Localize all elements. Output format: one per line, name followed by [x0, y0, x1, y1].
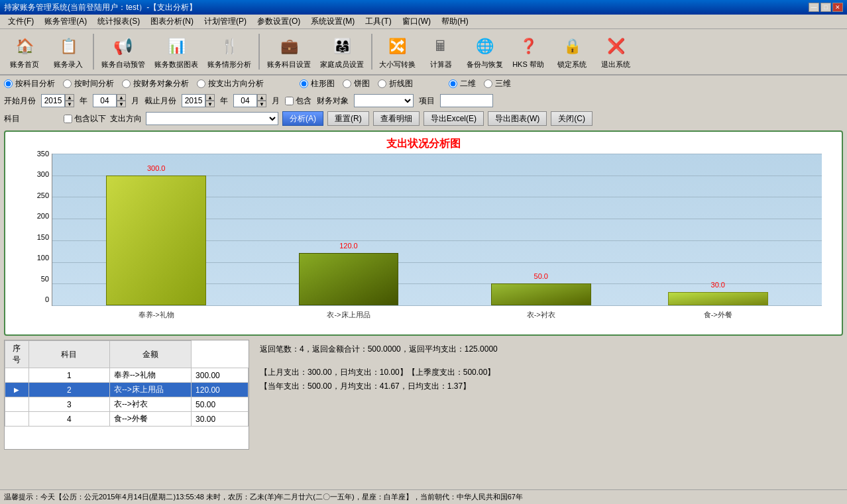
y-label-150: 150 [37, 233, 49, 241]
3d-label[interactable]: 三维 [495, 78, 511, 89]
menu-params[interactable]: 参数设置(O) [252, 15, 306, 28]
ledger-button[interactable]: 📋 账务录入 [48, 31, 89, 72]
include-checkbox[interactable] [285, 97, 294, 105]
end-year-down[interactable]: ▼ [205, 101, 215, 107]
menu-window[interactable]: 窗口(W) [397, 15, 436, 28]
end-year-up[interactable]: ▲ [205, 94, 215, 101]
2d-label[interactable]: 二维 [460, 78, 476, 89]
2d-radio[interactable] [449, 79, 457, 88]
analyze-button[interactable]: 分析(A) [282, 111, 323, 126]
minimize-button[interactable]: — [809, 3, 819, 12]
by-time-radio-group[interactable]: 按时间分析 [63, 78, 114, 89]
end-year-input[interactable] [182, 94, 205, 107]
auto-manage-button[interactable]: 📢 账务自动预管 [98, 31, 148, 72]
by-time-label[interactable]: 按时间分析 [74, 78, 114, 89]
include-below-label: 包含以下 [74, 113, 106, 125]
table-row[interactable]: 4食-->外餐30.00 [5, 412, 249, 427]
hks-help-button[interactable]: ❓ HKS 帮助 [508, 31, 549, 72]
backup-icon: 🌐 [471, 34, 498, 58]
bar-chart-label[interactable]: 柱形图 [311, 78, 335, 89]
line-chart-label[interactable]: 折线图 [389, 78, 413, 89]
by-object-radio[interactable] [122, 79, 131, 88]
end-month-up[interactable]: ▲ [257, 94, 266, 101]
3d-radio-group[interactable]: 三维 [484, 78, 511, 89]
end-month-spinner[interactable]: ▲ ▼ [233, 94, 266, 107]
situation-button[interactable]: 🍴 账务情形分析 [204, 31, 254, 72]
table-row[interactable]: 1奉养-->礼物300.00 [5, 368, 249, 383]
view-detail-button[interactable]: 查看明细 [373, 111, 420, 126]
maximize-button[interactable]: □ [820, 3, 831, 12]
exit-button[interactable]: ❌ 退出系统 [595, 31, 636, 72]
close-window-button[interactable]: 关闭(C) [551, 111, 593, 126]
by-subject-radio[interactable] [4, 79, 13, 88]
export-excel-button[interactable]: 导出Excel(E) [424, 111, 484, 126]
menu-file[interactable]: 文件(F) [3, 15, 39, 28]
include-below-checkbox[interactable] [64, 115, 72, 123]
bar-chart-radio[interactable] [300, 79, 308, 88]
menu-charts[interactable]: 图表分析(N) [145, 15, 199, 28]
data-table: 序号 科目 金额 1奉养-->礼物300.00▶2衣-->床上用品120.003… [5, 340, 249, 427]
pie-chart-radio[interactable] [343, 79, 351, 88]
by-direction-radio-group[interactable]: 按支出方向分析 [197, 78, 264, 89]
start-month-up[interactable]: ▲ [117, 94, 126, 101]
start-year-spinner[interactable]: ▲ ▼ [41, 94, 74, 107]
menu-planning[interactable]: 计划管理(P) [199, 15, 252, 28]
line-chart-radio[interactable] [378, 79, 386, 88]
end-month-input[interactable] [233, 94, 257, 107]
table-row[interactable]: ▶2衣-->床上用品120.00 [5, 383, 249, 397]
start-month-input[interactable] [93, 94, 117, 107]
2d-radio-group[interactable]: 二维 [449, 78, 476, 89]
include-below-group[interactable]: 包含以下 [64, 113, 106, 125]
by-object-label[interactable]: 按财务对象分析 [133, 78, 189, 89]
title-bar-buttons[interactable]: — □ ✕ [809, 3, 843, 12]
by-time-radio[interactable] [63, 79, 72, 88]
finance-object-select[interactable] [354, 94, 414, 107]
start-year-input[interactable] [41, 94, 65, 107]
lock-button[interactable]: 🔒 锁定系统 [551, 31, 593, 72]
end-month-down[interactable]: ▼ [257, 101, 266, 107]
pie-chart-radio-group[interactable]: 饼图 [343, 78, 370, 89]
bar-1: 300.0 [106, 176, 206, 305]
by-object-radio-group[interactable]: 按财务对象分析 [122, 78, 189, 89]
direction-select[interactable] [146, 112, 278, 125]
menu-accounts[interactable]: 账务管理(A) [39, 15, 92, 28]
row-no: 1 [28, 368, 109, 383]
pie-chart-label[interactable]: 饼图 [354, 78, 370, 89]
close-button[interactable]: ✕ [832, 3, 843, 12]
menu-help[interactable]: 帮助(H) [436, 15, 474, 28]
start-month-spinner-btns: ▲ ▼ [117, 94, 126, 107]
project-input[interactable] [440, 94, 493, 107]
menu-system[interactable]: 系统设置(M) [306, 15, 360, 28]
family-button[interactable]: 👨‍👩‍👧 家庭成员设置 [317, 31, 367, 72]
y-label-300: 300 [37, 170, 49, 178]
stats-line-2: 【上月支出：300.00，日均支出：10.00】【上季度支出：500.00】 [260, 367, 839, 378]
ledger-label: 账务录入 [54, 60, 83, 70]
backup-button[interactable]: 🌐 备份与恢复 [464, 31, 505, 72]
start-month-spinner[interactable]: ▲ ▼ [93, 94, 126, 107]
by-subject-label[interactable]: 按科目分析 [15, 78, 55, 89]
calc-button[interactable]: 🖩 计算器 [420, 31, 461, 72]
end-year-spinner[interactable]: ▲ ▼ [182, 94, 215, 107]
menu-tools[interactable]: 工具(T) [360, 15, 396, 28]
start-year-down[interactable]: ▼ [65, 101, 74, 107]
start-month-down[interactable]: ▼ [117, 101, 126, 107]
stats-line-3: 【当年支出：500.00，月均支出：41.67，日均支出：1.37】 [260, 381, 839, 392]
row-no: 2 [28, 383, 109, 397]
menu-reports[interactable]: 统计报表(S) [92, 15, 145, 28]
table-row[interactable]: 3衣-->衬衣50.00 [5, 397, 249, 412]
calc-label: 计算器 [430, 60, 452, 70]
chart-data-button[interactable]: 📊 账务数据图表 [151, 31, 201, 72]
include-checkbox-group[interactable]: 包含 [285, 95, 311, 107]
line-chart-radio-group[interactable]: 折线图 [378, 78, 413, 89]
export-chart-button[interactable]: 导出图表(W) [488, 111, 547, 126]
by-direction-label[interactable]: 按支出方向分析 [208, 78, 264, 89]
3d-radio[interactable] [484, 79, 492, 88]
reset-button[interactable]: 重置(R) [327, 111, 369, 126]
by-direction-radio[interactable] [197, 79, 205, 88]
convert-button[interactable]: 🔀 大小写转换 [376, 31, 418, 72]
start-year-up[interactable]: ▲ [65, 94, 74, 101]
subject-button[interactable]: 💼 账务科目设置 [264, 31, 314, 72]
bar-chart-radio-group[interactable]: 柱形图 [300, 78, 335, 89]
by-subject-radio-group[interactable]: 按科目分析 [4, 78, 55, 89]
home-button[interactable]: 🏠 账务首页 [4, 31, 45, 72]
